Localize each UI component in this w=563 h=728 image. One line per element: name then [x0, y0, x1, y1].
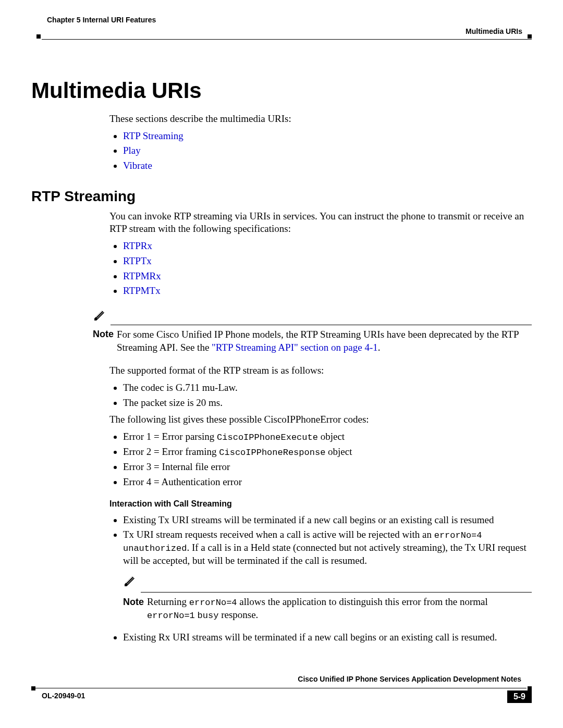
pencil-icon — [93, 309, 108, 323]
err1-a: Error 1 = Error parsing — [123, 431, 217, 442]
link-rtpmrx[interactable]: RTPMRx — [123, 270, 161, 281]
link-rtp-api-section[interactable]: "RTP Streaming API" section on page 4-1 — [212, 342, 378, 353]
note-rule — [111, 325, 532, 325]
header-marker-right — [528, 34, 532, 39]
note-block-2: Note Returning errorNo=4 allows the appl… — [123, 575, 532, 622]
int-b2-code2: unauthorized — [123, 544, 187, 553]
interaction-item-1: Existing Tx URI streams will be terminat… — [123, 514, 532, 527]
footer-rule — [31, 688, 527, 688]
note2-code2: errorNo=1 — [147, 611, 195, 621]
footer-marker-right — [528, 686, 532, 690]
error-item-1: Error 1 = Error parsing CiscoIPPhoneExec… — [123, 430, 532, 443]
intro-paragraph: These sections describe the multimedia U… — [109, 113, 532, 126]
interaction-list: Existing Tx URI streams will be terminat… — [109, 514, 532, 644]
rtp-link-list: RTPRx RTPTx RTPMRx RTPMTx — [109, 240, 532, 298]
link-rtprx[interactable]: RTPRx — [123, 240, 152, 251]
note-block-1: Note For some Cisco Unified IP Phone mod… — [93, 309, 532, 354]
error-code-list: Error 1 = Error parsing CiscoIPPhoneExec… — [109, 430, 532, 489]
footer-title: Cisco Unified IP Phone Services Applicat… — [298, 675, 521, 683]
note2-a: Returning — [147, 596, 189, 607]
link-rtpmtx[interactable]: RTPMTx — [123, 285, 161, 296]
header-section: Multimedia URIs — [466, 27, 522, 35]
h1-multimedia-uris: Multimedia URIs — [31, 78, 532, 103]
chapter-label: Chapter 5 Internal URI Features — [47, 16, 156, 24]
note-text-1: For some Cisco Unified IP Phone models, … — [117, 328, 532, 354]
error-item-2: Error 2 = Error framing CiscoIPPhoneResp… — [123, 446, 532, 459]
note2-code3: busy — [198, 611, 219, 621]
header-rule — [42, 39, 532, 40]
format-item-packet: The packet size is 20 ms. — [123, 397, 532, 410]
intro-link-list: RTP Streaming Play Vibrate — [109, 130, 532, 172]
int-b2-code1: errorNo=4 — [434, 530, 482, 540]
err2-b: object — [325, 446, 352, 457]
rtp-paragraph-3: The following list gives these possible … — [109, 413, 532, 426]
err1-b: object — [318, 431, 345, 442]
interaction-item-3: Existing Rx URI streams will be terminat… — [123, 631, 532, 644]
footer-ol-number: OL-20949-01 — [42, 692, 85, 700]
err1-code: CiscoIPPhoneExecute — [217, 433, 318, 442]
link-vibrate[interactable]: Vibrate — [123, 160, 152, 171]
header-marker-left — [36, 34, 41, 39]
note-rule — [141, 592, 532, 593]
format-item-codec: The codec is G.711 mu-Law. — [123, 381, 532, 394]
h2-rtp-streaming: RTP Streaming — [31, 188, 532, 205]
link-play[interactable]: Play — [123, 145, 141, 156]
footer-marker-left — [31, 686, 35, 690]
h3-interaction: Interaction with Call Streaming — [109, 499, 532, 509]
pencil-icon — [123, 575, 139, 590]
note-label: Note — [123, 596, 147, 608]
int-b2a: Tx URI stream requests received when a c… — [123, 529, 434, 540]
page-number: 5-9 — [507, 690, 532, 703]
rtp-paragraph-2: The supported format of the RTP stream i… — [109, 364, 532, 377]
error-item-4: Error 4 = Authentication error — [123, 476, 532, 489]
err2-a: Error 2 = Error framing — [123, 446, 219, 457]
note-text-2: Returning errorNo=4 allows the applicati… — [147, 596, 532, 622]
note2-code1: errorNo=4 — [189, 598, 237, 608]
note-label: Note — [93, 328, 117, 340]
error-item-3: Error 3 = Internal file error — [123, 461, 532, 474]
page-header: Chapter 5 Internal URI Features Multimed… — [31, 16, 532, 47]
rtp-paragraph-1: You can invoke RTP streaming via URIs in… — [109, 210, 532, 236]
rtp-format-list: The codec is G.711 mu-Law. The packet si… — [109, 381, 532, 409]
err2-code: CiscoIPPhoneResponse — [219, 448, 325, 458]
link-rtp-streaming[interactable]: RTP Streaming — [123, 130, 183, 141]
interaction-item-2: Tx URI stream requests received when a c… — [123, 528, 532, 622]
note2-d: response. — [218, 609, 258, 620]
note1-text-b: . — [378, 342, 381, 353]
note2-b: allows the application to distinguish th… — [237, 596, 488, 607]
link-rtptx[interactable]: RTPTx — [123, 255, 152, 266]
